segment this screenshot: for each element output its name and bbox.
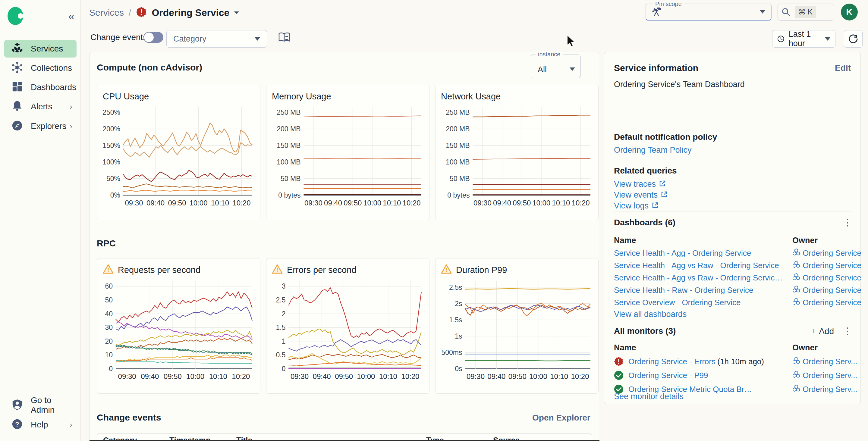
- svg-text:1s: 1s: [455, 332, 462, 340]
- avatar[interactable]: K: [841, 4, 858, 21]
- svg-text:10:00: 10:00: [357, 372, 375, 380]
- notification-policy-link[interactable]: Ordering Team Policy: [614, 146, 692, 155]
- compute-section-title: Compute (non cAdvisor): [97, 62, 202, 72]
- svg-text:10:20: 10:20: [571, 372, 589, 380]
- dashboard-link[interactable]: Service Health - Agg - Ordering Service: [614, 249, 751, 258]
- chart-card-memory[interactable]: Memory Usage 0 bytes50 MB100 MB150 MB200…: [266, 85, 430, 220]
- service-info-panel: Service information Edit Ordering Servic…: [604, 52, 861, 404]
- svg-text:10:10: 10:10: [552, 199, 570, 207]
- change-events-toggle-label: Change events: [90, 33, 147, 42]
- svg-text:0s: 0s: [455, 365, 462, 373]
- chevron-right-icon: ›: [70, 420, 72, 430]
- svg-text:50: 50: [105, 296, 113, 304]
- svg-text:10:10: 10:10: [379, 372, 397, 380]
- svg-text:09:50: 09:50: [168, 199, 186, 207]
- svg-text:0 bytes: 0 bytes: [278, 191, 301, 199]
- breadcrumb-services-link[interactable]: Services: [89, 7, 124, 18]
- monitors-owner-col: Owner: [792, 343, 818, 352]
- sidebar-item-label: Go to Admin: [31, 396, 76, 415]
- chart-plot-requests: 010203040506009:3009:4009:5010:0010:1010…: [103, 277, 255, 382]
- chart-title: Requests per second: [118, 265, 200, 275]
- dashboard-link[interactable]: Service Health - Agg vs Raw - Ordering S…: [614, 273, 783, 283]
- refresh-button[interactable]: [844, 30, 863, 48]
- sidebar-item-help[interactable]: ? Help ›: [4, 416, 76, 434]
- chart-title: Memory Usage: [272, 92, 331, 101]
- svg-text:10:10: 10:10: [383, 199, 401, 207]
- related-link-view-logs[interactable]: View logs: [614, 200, 668, 211]
- svg-text:200%: 200%: [103, 125, 120, 133]
- sidebar-item-label: Alerts: [31, 102, 53, 112]
- sidebar-collapse-button[interactable]: «: [68, 10, 74, 23]
- title-menu-caret-icon[interactable]: [234, 11, 239, 14]
- sidebar-item-collections[interactable]: Collections: [4, 59, 76, 77]
- dashboards-owner-col: Owner: [792, 236, 818, 245]
- sidebar-item-label: Explorers: [31, 121, 66, 131]
- view-all-dashboards-link[interactable]: View all dashboards: [614, 310, 687, 319]
- open-explorer-link[interactable]: Open Explorer: [532, 413, 590, 422]
- sidebar-item-explorers[interactable]: Explorers ›: [4, 118, 76, 135]
- search-button[interactable]: ⌘ K: [778, 4, 834, 21]
- dashboard-owner[interactable]: Ordering Service: [792, 285, 861, 295]
- alert-badge-icon: [136, 7, 147, 19]
- breadcrumb-separator: /: [129, 7, 131, 18]
- monitor-link[interactable]: Ordering Service - P99: [628, 371, 708, 380]
- docs-book-icon[interactable]: [278, 33, 290, 43]
- see-monitor-details-link[interactable]: See monitor details: [614, 392, 684, 401]
- svg-text:0: 0: [109, 365, 113, 373]
- warning-icon: [103, 264, 114, 276]
- svg-text:09:40: 09:40: [493, 199, 511, 207]
- dashboard-link[interactable]: Service Health - Raw - Ordering Service: [614, 286, 753, 295]
- chart-card-errors[interactable]: Errors per second 00.511.522.5309:3009:4…: [266, 258, 430, 394]
- monitor-owner[interactable]: Ordering Serv...: [792, 357, 858, 367]
- dashboard-link[interactable]: Service Overview - Ordering Service: [614, 298, 741, 307]
- sidebar-item-alerts[interactable]: Alerts ›: [4, 98, 76, 115]
- dashboards-title: Dashboards (6): [614, 218, 675, 227]
- time-range-dropdown[interactable]: Last 1 hour: [772, 30, 835, 48]
- chart-card-network[interactable]: Network Usage 0 bytes50 MB100 MB150 MB20…: [435, 85, 598, 220]
- sidebar-item-dashboards[interactable]: Dashboards: [4, 78, 76, 96]
- related-link-view-events[interactable]: View events: [614, 189, 668, 200]
- chart-card-duration[interactable]: Duration P99 0s500ms1s1.5s2s2.5s09:3009:…: [435, 258, 598, 394]
- dashboard-owner[interactable]: Ordering Service: [792, 297, 861, 308]
- monitor-owner[interactable]: Ordering Serv...: [792, 371, 858, 380]
- dashboard-owner[interactable]: Ordering Service: [792, 260, 861, 271]
- svg-text:100%: 100%: [103, 158, 120, 166]
- sidebar-item-go-to-admin[interactable]: Go to Admin: [4, 397, 76, 414]
- svg-text:1: 1: [282, 337, 286, 345]
- pin-scope-label: Pin scope: [653, 1, 684, 7]
- sidebar-item-services[interactable]: Services: [4, 40, 76, 58]
- monitors-title: All monitors (3): [614, 326, 676, 336]
- owner-icon: [792, 285, 800, 295]
- instance-dropdown[interactable]: All: [531, 55, 581, 78]
- svg-text:0 bytes: 0 bytes: [447, 191, 470, 199]
- edit-button[interactable]: Edit: [835, 63, 851, 73]
- add-monitor-button[interactable]: + Add: [811, 326, 834, 336]
- sidebar-item-label: Collections: [31, 63, 72, 73]
- dashboard-owner[interactable]: Ordering Service: [792, 248, 861, 258]
- sidebar: « Services Collections Dashboards Alerts…: [0, 0, 81, 441]
- chart-card-requests[interactable]: Requests per second 010203040506009:3009…: [97, 258, 260, 394]
- svg-text:150 MB: 150 MB: [446, 141, 470, 149]
- monitor-timestamp: (1h 10m ago): [717, 357, 764, 366]
- svg-text:10:10: 10:10: [211, 199, 229, 207]
- category-dropdown[interactable]: Category: [166, 30, 267, 48]
- monitor-owner[interactable]: Ordering Serv...: [792, 384, 858, 394]
- dashboards-menu-icon[interactable]: ⋮: [843, 217, 852, 228]
- svg-text:20: 20: [105, 337, 113, 345]
- change-events-toggle[interactable]: [144, 32, 163, 43]
- owner-icon: [792, 357, 800, 367]
- monitor-row: Ordering Service - Errors (1h 10m ago) O…: [614, 356, 851, 367]
- dashboard-link[interactable]: Service Health - Agg vs Raw - Ordering S…: [614, 261, 779, 270]
- monitor-row: Ordering Service - P99 Ordering Serv...: [614, 370, 851, 381]
- svg-text:09:50: 09:50: [335, 372, 353, 380]
- dashboard-row: Service Overview - Ordering Service Orde…: [614, 297, 851, 308]
- svg-text:250 MB: 250 MB: [277, 108, 301, 116]
- monitors-menu-icon[interactable]: ⋮: [843, 326, 852, 336]
- svg-text:09:50: 09:50: [513, 199, 531, 207]
- chart-card-cpu[interactable]: CPU Usage 0%50%100%150%200%250%09:3009:4…: [97, 85, 260, 220]
- dashboard-owner[interactable]: Ordering Service: [792, 273, 861, 283]
- monitor-link[interactable]: Ordering Service - Errors: [628, 357, 715, 366]
- chart-plot-errors: 00.511.522.5309:3009:4009:5010:0010:1010…: [272, 277, 424, 382]
- notification-policy-title: Default notification policy: [614, 132, 717, 142]
- related-link-view-traces[interactable]: View traces: [614, 179, 668, 189]
